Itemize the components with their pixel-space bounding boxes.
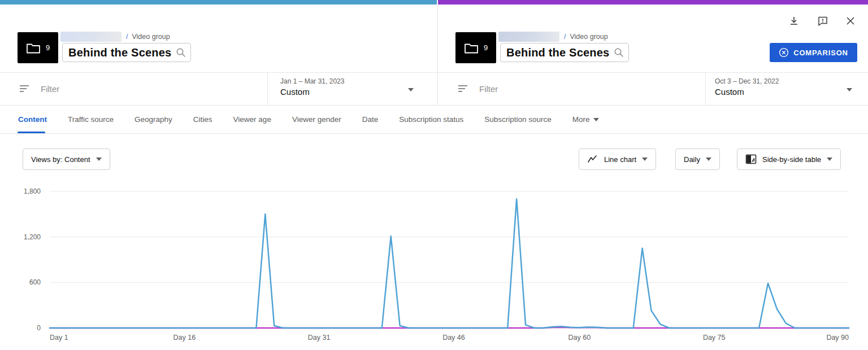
- granularity-label: Daily: [684, 155, 700, 164]
- granularity-dropdown[interactable]: Daily: [675, 148, 720, 170]
- chart-type-dropdown[interactable]: Line chart: [579, 148, 656, 170]
- video-count: 9: [46, 43, 50, 52]
- breadcrumb: / Video group: [498, 32, 608, 42]
- right-panel-accent-bar: [438, 0, 868, 5]
- dimension-tabs: Content Traffic source Geography Cities …: [18, 106, 599, 133]
- filter-icon: [19, 84, 29, 93]
- date-range-text: Jan 1 – Mar 31, 2023: [280, 77, 344, 85]
- filter-icon: [458, 84, 468, 93]
- download-icon[interactable]: [788, 15, 800, 27]
- search-icon[interactable]: [614, 47, 624, 58]
- x-axis-tick-label: Day 75: [703, 334, 726, 342]
- video-group-thumbnail[interactable]: 9: [455, 32, 496, 63]
- folder-icon: [464, 42, 479, 54]
- chevron-down-icon: [642, 158, 648, 161]
- video-count: 9: [484, 43, 488, 52]
- group-title-search-box[interactable]: Behind the Scenes: [62, 43, 191, 62]
- tab-subscription-status[interactable]: Subscription status: [399, 115, 463, 124]
- divider: [0, 72, 868, 73]
- views-by-label: Views by: Content: [31, 155, 90, 164]
- x-axis-tick-label: Day 1: [50, 334, 68, 342]
- x-axis-tick-label: Day 31: [308, 334, 331, 342]
- table-mode-label: Side-by-side table: [762, 155, 821, 164]
- group-title: Behind the Scenes: [68, 46, 171, 59]
- line-chart-icon: [587, 155, 598, 164]
- date-range-selector[interactable]: Jan 1 – Mar 31, 2023 Custom: [280, 77, 344, 97]
- divider: [267, 73, 268, 105]
- video-group-thumbnail[interactable]: 9: [18, 32, 58, 63]
- date-range-selector[interactable]: Oct 3 – Dec 31, 2022 Custom: [715, 77, 779, 97]
- filter-input[interactable]: Filter: [479, 84, 498, 94]
- x-axis-tick-label: Day 90: [826, 334, 849, 342]
- redacted-channel-name: [498, 32, 559, 42]
- tab-more-label: More: [572, 115, 590, 124]
- side-by-side-table-icon: [745, 154, 757, 164]
- series-line: [50, 199, 849, 328]
- left-panel-accent-bar: [0, 0, 437, 5]
- tab-viewer-gender[interactable]: Viewer gender: [292, 115, 341, 124]
- breadcrumb-separator: /: [126, 33, 128, 41]
- chevron-down-icon: [593, 118, 599, 121]
- views-by-dropdown[interactable]: Views by: Content: [23, 148, 110, 170]
- group-title-search-box[interactable]: Behind the Scenes: [500, 43, 629, 62]
- remove-comparison-icon: [779, 47, 789, 58]
- y-axis-tick-label: 600: [29, 278, 41, 286]
- filter-input[interactable]: Filter: [41, 84, 59, 94]
- panel-divider: [437, 5, 438, 105]
- series-line: [50, 327, 849, 328]
- x-axis-tick-label: Day 16: [173, 334, 196, 342]
- tab-more[interactable]: More: [572, 115, 599, 124]
- x-axis-tick-label: Day 60: [568, 334, 591, 342]
- group-title: Behind the Scenes: [506, 46, 609, 59]
- table-mode-dropdown[interactable]: Side-by-side table: [737, 148, 841, 170]
- divider: [705, 73, 706, 105]
- feedback-icon[interactable]: [817, 15, 828, 27]
- date-range-text: Oct 3 – Dec 31, 2022: [715, 77, 779, 85]
- tab-geography[interactable]: Geography: [134, 115, 172, 124]
- tab-subscription-source[interactable]: Subscription source: [484, 115, 552, 124]
- redacted-channel-name: [60, 32, 121, 42]
- tab-traffic-source[interactable]: Traffic source: [68, 115, 114, 124]
- breadcrumb-label: Video group: [132, 33, 170, 41]
- y-axis-tick-label: 1,800: [24, 187, 41, 195]
- tab-date[interactable]: Date: [362, 115, 379, 124]
- date-preset: Custom: [715, 87, 779, 97]
- divider: [0, 133, 868, 134]
- chevron-down-icon: [827, 158, 832, 161]
- tab-content[interactable]: Content: [18, 115, 47, 124]
- date-preset: Custom: [280, 87, 344, 97]
- y-axis-tick-label: 1,200: [24, 233, 41, 241]
- chart-type-label: Line chart: [604, 155, 636, 164]
- breadcrumb-label: Video group: [570, 33, 607, 41]
- breadcrumb-separator: /: [564, 33, 566, 41]
- chevron-down-icon: [96, 158, 102, 161]
- search-icon[interactable]: [176, 47, 186, 58]
- tab-viewer-age[interactable]: Viewer age: [233, 115, 271, 124]
- chevron-down-icon: [706, 158, 711, 161]
- y-axis-tick-label: 0: [37, 324, 41, 332]
- folder-icon: [26, 42, 41, 54]
- comparison-button-label: COMPARISON: [793, 49, 848, 57]
- x-axis-tick-label: Day 46: [442, 334, 465, 342]
- breadcrumb: / Video group: [60, 32, 170, 42]
- analytics-comparison-window: 9 / Video group Behind the Scenes 9 / Vi…: [0, 0, 868, 350]
- comparison-button[interactable]: COMPARISON: [770, 43, 857, 62]
- chevron-down-icon[interactable]: [847, 88, 852, 91]
- chevron-down-icon[interactable]: [408, 88, 414, 91]
- tab-cities[interactable]: Cities: [193, 115, 212, 124]
- close-icon[interactable]: [845, 15, 856, 27]
